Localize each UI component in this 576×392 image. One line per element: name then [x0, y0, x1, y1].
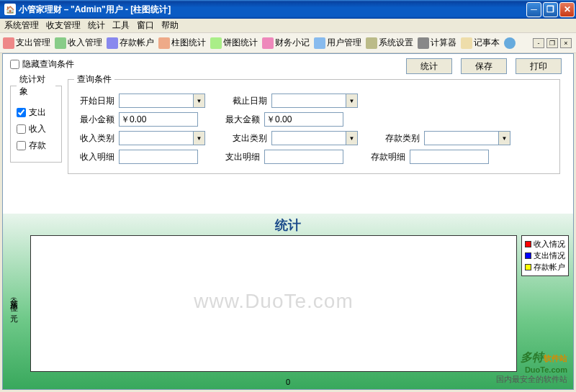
income-detail-input[interactable] [119, 150, 198, 164]
maximize-button[interactable]: ❐ [543, 2, 558, 17]
menu-tools[interactable]: 工具 [112, 19, 130, 32]
menu-income-expense[interactable]: 收支管理 [46, 19, 81, 32]
max-amount-input[interactable] [264, 112, 343, 127]
deposit-option[interactable]: 存款 [17, 140, 55, 152]
chevron-down-icon: ▼ [346, 132, 357, 145]
content-area: 统计 保存 打印 隐藏查询条件 统计对象 支出 收入 存款 查询条件 开始日期 [2, 53, 574, 390]
query-form: 统计 保存 打印 隐藏查询条件 统计对象 支出 收入 存款 查询条件 开始日期 [3, 54, 573, 178]
chart-plot: www.DuoTe.com [30, 235, 517, 372]
chart-title: 统计 [3, 214, 573, 237]
save-button[interactable]: 保存 [461, 58, 507, 74]
deposit-checkbox[interactable] [17, 141, 26, 150]
window-title: 小管家理财－"Admin"用户 - [柱图统计] [19, 4, 526, 16]
menu-stats[interactable]: 统计 [88, 19, 105, 32]
deposit-cat-label: 存款类别 [379, 132, 420, 145]
expense-detail-input[interactable] [264, 150, 343, 164]
query-legend: 查询条件 [74, 73, 114, 86]
bar-chart-icon [158, 37, 170, 49]
legend-item: 收入情况 [525, 239, 565, 250]
app-icon: 🏠 [4, 4, 16, 15]
start-date-combo[interactable]: ▼ [119, 94, 205, 108]
min-amount-label: 最小金额 [74, 114, 114, 126]
tb-income-mgmt[interactable]: 收入管理 [55, 37, 102, 49]
deposit-detail-input[interactable] [410, 150, 489, 164]
legend-item: 存款帐户 [525, 262, 565, 273]
tb-user-mgmt[interactable]: 用户管理 [314, 37, 361, 49]
stat-target-group: 统计对象 支出 收入 存款 [10, 73, 62, 163]
chevron-down-icon: ▼ [498, 132, 510, 145]
deposit-cat-combo[interactable]: ▼ [424, 131, 510, 145]
tb-calculator[interactable]: 计算器 [418, 37, 456, 49]
tb-pie-stats[interactable]: 饼图统计 [210, 37, 258, 49]
note-icon [262, 37, 274, 49]
min-amount-input[interactable] [119, 112, 198, 127]
menu-system[interactable]: 系统管理 [4, 19, 39, 32]
income-cat-combo[interactable]: ▼ [119, 131, 205, 145]
stat-target-legend: 统计对象 [17, 73, 55, 98]
mdi-controls: - ❐ × [533, 38, 572, 48]
end-date-combo[interactable]: ▼ [271, 94, 358, 108]
users-icon [314, 37, 325, 49]
hide-condition-label: 隐藏查询条件 [22, 58, 74, 70]
settings-icon [366, 37, 377, 49]
chevron-down-icon: ▼ [193, 94, 204, 107]
deposit-icon [107, 37, 118, 49]
income-checkbox[interactable] [17, 124, 26, 134]
menu-window[interactable]: 窗口 [137, 19, 154, 32]
query-condition-group: 查询条件 开始日期▼ 截止日期▼ 最小金额 最大金额 收入类别▼ 支出类别▼ 存… [68, 73, 560, 174]
stats-button[interactable]: 统计 [406, 58, 452, 74]
start-date-label: 开始日期 [74, 95, 114, 107]
branding: 多特软件站 DuoTe.com 国内最安全的软件站 [496, 350, 567, 385]
action-buttons: 统计 保存 打印 [406, 58, 562, 74]
menu-help[interactable]: 帮助 [161, 19, 179, 32]
mdi-minimize[interactable]: - [533, 38, 544, 48]
chevron-down-icon: ▼ [346, 94, 357, 107]
app-window: 🏠 小管家理财－"Admin"用户 - [柱图统计] ─ ❐ ✕ 系统管理 收支… [0, 0, 576, 392]
calculator-icon [418, 37, 429, 49]
tb-help[interactable] [504, 37, 517, 49]
toolbar: 支出管理 收入管理 存款帐户 柱图统计 饼图统计 财务小记 用户管理 系统设置 … [0, 33, 576, 53]
expense-icon [3, 37, 14, 49]
expense-detail-label: 支出明细 [220, 151, 260, 163]
max-amount-label: 最大金额 [220, 114, 260, 126]
legend-swatch-blue [525, 252, 531, 259]
hide-condition-checkbox[interactable] [10, 60, 19, 69]
help-icon [504, 37, 516, 49]
end-date-label: 截止日期 [227, 95, 267, 107]
pie-chart-icon [210, 37, 222, 49]
legend-item: 支出情况 [525, 250, 565, 261]
chart-legend: 收入情况 支出情况 存款帐户 [521, 235, 569, 276]
mdi-restore[interactable]: ❐ [546, 38, 558, 48]
tb-deposit-acct[interactable]: 存款帐户 [107, 37, 154, 49]
tb-sys-settings[interactable]: 系统设置 [366, 37, 413, 49]
expense-cat-combo[interactable]: ▼ [271, 131, 358, 145]
window-buttons: ─ ❐ ✕ [526, 2, 575, 17]
chevron-down-icon: ▼ [193, 132, 204, 145]
chart-area: 统计 金额（单位：元） www.DuoTe.com 收入情况 支出情况 存款帐户… [3, 214, 573, 389]
mdi-close[interactable]: × [560, 38, 572, 48]
income-icon [55, 37, 66, 49]
tb-finance-note[interactable]: 财务小记 [262, 37, 310, 49]
x-axis-label: 0 [286, 378, 290, 386]
minimize-button[interactable]: ─ [526, 2, 541, 17]
income-option[interactable]: 收入 [17, 123, 55, 135]
income-cat-label: 收入类别 [74, 132, 114, 145]
tb-expense-mgmt[interactable]: 支出管理 [3, 37, 50, 49]
expense-option[interactable]: 支出 [17, 106, 55, 119]
legend-swatch-yellow [525, 264, 531, 270]
expense-cat-label: 支出类别 [227, 132, 267, 145]
titlebar: 🏠 小管家理财－"Admin"用户 - [柱图统计] ─ ❐ ✕ [0, 0, 576, 19]
close-button[interactable]: ✕ [559, 2, 575, 17]
print-button[interactable]: 打印 [516, 58, 562, 74]
y-axis-label: 金额（单位：元） [9, 292, 19, 311]
income-detail-label: 收入明细 [74, 151, 114, 163]
deposit-detail-label: 存款明细 [365, 151, 405, 163]
notepad-icon [461, 37, 472, 49]
legend-swatch-red [525, 241, 531, 247]
tb-notepad[interactable]: 记事本 [461, 37, 500, 49]
expense-checkbox[interactable] [17, 108, 26, 117]
watermark: www.DuoTe.com [194, 290, 354, 313]
menubar: 系统管理 收支管理 统计 工具 窗口 帮助 [0, 19, 576, 33]
tb-bar-stats[interactable]: 柱图统计 [158, 37, 206, 49]
